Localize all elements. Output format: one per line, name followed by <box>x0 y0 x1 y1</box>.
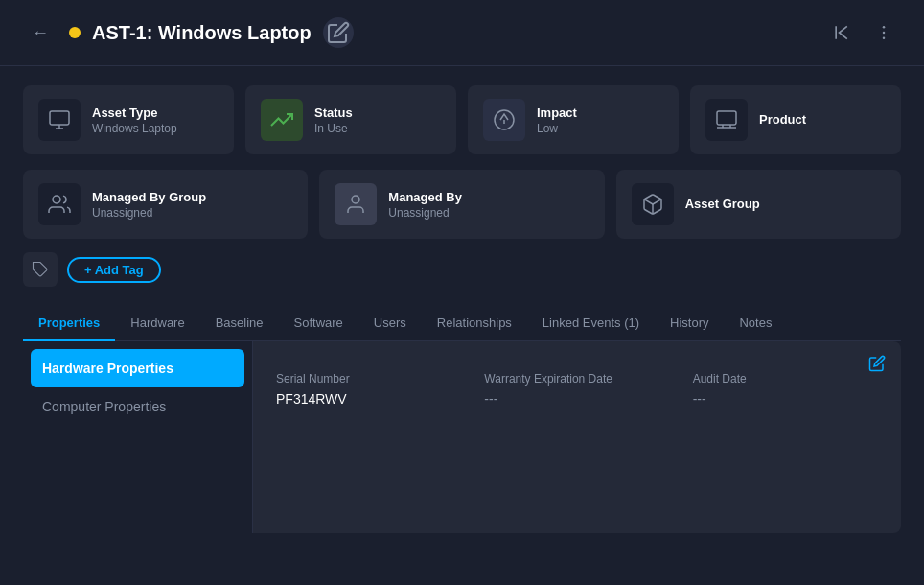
prop-serial-number-value: PF314RWV <box>276 391 461 407</box>
tab-notes[interactable]: Notes <box>724 306 787 341</box>
impact-label: Impact <box>537 105 577 120</box>
asset-type-value: Windows Laptop <box>92 122 177 135</box>
info-cards-row1: Asset Type Windows Laptop Status In Use <box>23 85 901 154</box>
more-options-button[interactable] <box>866 15 901 50</box>
info-cards-row2: Managed By Group Unassigned Managed By U… <box>23 170 901 239</box>
properties-sidebar: Hardware Properties Computer Properties <box>23 341 253 533</box>
managed-by-group-label: Managed By Group <box>92 190 206 204</box>
tags-icon-button[interactable] <box>23 252 58 287</box>
add-tag-button[interactable]: + Add Tag <box>67 257 161 283</box>
sidebar-item-hardware-properties[interactable]: Hardware Properties <box>31 349 244 387</box>
properties-grid: Serial Number PF314RWV Warranty Expirati… <box>276 372 878 407</box>
tab-content: Hardware Properties Computer Properties … <box>23 341 901 533</box>
tab-relationships[interactable]: Relationships <box>422 306 527 341</box>
managed-by-card: Managed By Unassigned <box>319 170 604 239</box>
header-left: ← AST-1: Windows Laptop <box>23 15 354 50</box>
back-button[interactable]: ← <box>23 15 58 50</box>
page-title: AST-1: Windows Laptop <box>92 22 312 44</box>
prop-warranty-label: Warranty Expiration Date <box>484 372 669 386</box>
prop-serial-number: Serial Number PF314RWV <box>276 372 461 407</box>
prop-audit-date: Audit Date --- <box>693 372 878 407</box>
tags-row: + Add Tag <box>23 252 901 287</box>
status-icon <box>261 99 303 141</box>
svg-rect-8 <box>717 111 736 125</box>
svg-point-1 <box>883 26 886 29</box>
asset-group-card: Asset Group <box>616 170 901 239</box>
tab-history[interactable]: History <box>655 306 724 341</box>
managed-by-icon <box>335 183 377 225</box>
impact-icon <box>483 99 525 141</box>
status-label: Status <box>314 105 353 120</box>
prop-audit-date-label: Audit Date <box>693 372 878 386</box>
prop-serial-number-label: Serial Number <box>276 372 461 386</box>
asset-group-icon <box>632 183 674 225</box>
sidebar-item-computer-properties[interactable]: Computer Properties <box>23 387 252 426</box>
product-icon <box>705 99 748 141</box>
product-card: Product <box>690 85 901 154</box>
header-right <box>824 15 901 50</box>
status-dot <box>69 27 81 38</box>
managed-by-value: Unassigned <box>388 206 462 220</box>
managed-by-label: Managed By <box>388 190 462 204</box>
svg-point-2 <box>883 32 886 35</box>
status-value: In Use <box>314 122 353 135</box>
asset-group-label: Asset Group <box>685 197 760 211</box>
tab-baseline[interactable]: Baseline <box>200 306 279 341</box>
tabs: Properties Hardware Baseline Software Us… <box>23 306 901 341</box>
product-label: Product <box>759 112 806 127</box>
edit-title-button[interactable] <box>323 17 354 48</box>
tab-users[interactable]: Users <box>358 306 422 341</box>
prop-warranty: Warranty Expiration Date --- <box>484 372 669 407</box>
svg-point-12 <box>53 196 60 203</box>
panel-edit-icon[interactable] <box>868 355 886 376</box>
tab-software[interactable]: Software <box>279 306 358 341</box>
impact-card: Impact Low <box>468 85 679 154</box>
tab-hardware[interactable]: Hardware <box>115 306 199 341</box>
impact-value: Low <box>537 122 577 135</box>
properties-panel: Serial Number PF314RWV Warranty Expirati… <box>253 341 901 533</box>
status-card: Status In Use <box>245 85 456 154</box>
svg-point-3 <box>883 37 886 40</box>
asset-type-label: Asset Type <box>92 105 177 120</box>
main-content: Asset Type Windows Laptop Status In Use <box>0 66 924 585</box>
asset-type-icon <box>38 99 81 141</box>
svg-point-13 <box>352 196 359 203</box>
asset-type-card: Asset Type Windows Laptop <box>23 85 234 154</box>
managed-by-group-icon <box>38 183 81 225</box>
managed-by-group-value: Unassigned <box>92 206 206 220</box>
tab-linked-events[interactable]: Linked Events (1) <box>527 306 655 341</box>
prev-button[interactable] <box>824 15 859 50</box>
prop-audit-date-value: --- <box>693 391 878 407</box>
page-container: ← AST-1: Windows Laptop <box>0 0 924 585</box>
managed-by-group-card: Managed By Group Unassigned <box>23 170 308 239</box>
prop-warranty-value: --- <box>484 391 669 407</box>
tab-properties[interactable]: Properties <box>23 306 115 341</box>
header: ← AST-1: Windows Laptop <box>0 0 924 66</box>
svg-rect-4 <box>50 111 69 125</box>
